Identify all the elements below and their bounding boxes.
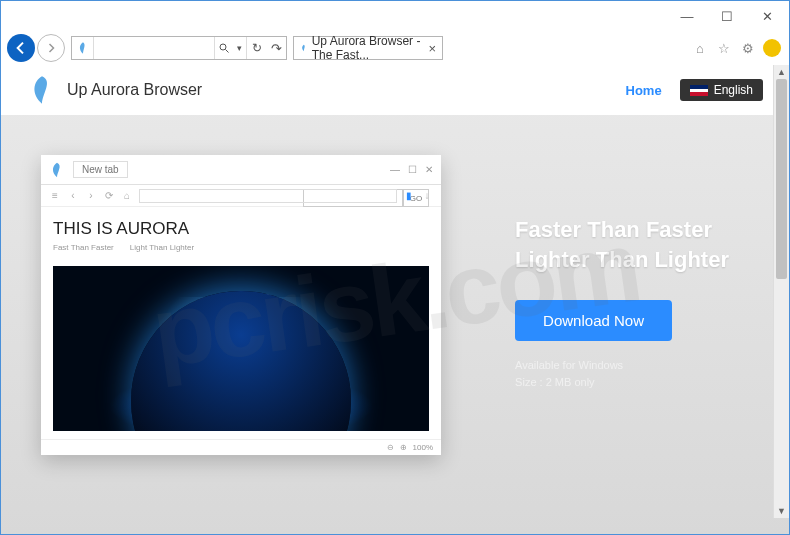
mock-download-icon: ↓: [421, 190, 433, 202]
back-button[interactable]: [7, 34, 35, 62]
browser-tab[interactable]: Up Aurora Browser - The Fast... ×: [293, 36, 443, 60]
mock-space-image: [53, 266, 429, 431]
mock-address-bar: [139, 189, 397, 203]
chevron-down-icon[interactable]: ▾: [232, 43, 246, 53]
mock-menu-icon: ≡: [49, 190, 61, 202]
mock-reload-icon: ⟳: [103, 190, 115, 202]
window-titlebar: — ☐ ✕: [1, 1, 789, 31]
close-button[interactable]: ✕: [747, 2, 787, 30]
tab-title: Up Aurora Browser - The Fast...: [312, 34, 421, 62]
availability-text: Available for Windows Size : 2 MB only: [515, 357, 729, 390]
scrollbar-thumb[interactable]: [776, 79, 787, 279]
search-icon[interactable]: [214, 37, 232, 59]
language-selector[interactable]: English: [680, 79, 763, 101]
mock-maximize-icon: ☐: [408, 164, 417, 175]
download-button[interactable]: Download Now: [515, 300, 672, 341]
mock-home-icon: ⌂: [121, 190, 133, 202]
mock-zoom-label: 100%: [413, 443, 433, 452]
mock-back-icon: ‹: [67, 190, 79, 202]
gear-icon[interactable]: ⚙: [739, 39, 757, 57]
uk-flag-icon: [690, 85, 708, 96]
address-bar: ▾ ↻ ↷: [71, 36, 287, 60]
site-logo-icon: [27, 75, 57, 105]
mock-close-icon: ✕: [425, 164, 433, 175]
forward-button[interactable]: [37, 34, 65, 62]
browser-toolbar: ▾ ↻ ↷ Up Aurora Browser - The Fast... × …: [1, 31, 789, 65]
mock-tab: New tab: [73, 161, 128, 178]
hero-section: Faster Than Faster Lighter Than Lighter …: [515, 215, 729, 390]
hero-line-2: Lighter Than Lighter: [515, 245, 729, 275]
page-content: Up Aurora Browser Home English New tab —…: [1, 65, 789, 534]
svg-point-0: [220, 44, 226, 50]
vertical-scrollbar[interactable]: ▲ ▼: [773, 65, 789, 518]
mock-status-bar: ⊖ ⊕ 100%: [41, 439, 441, 455]
scroll-down-icon[interactable]: ▼: [774, 504, 789, 518]
refresh-icon[interactable]: ↻: [246, 37, 266, 59]
mock-zoom-out-icon: ⊖: [387, 443, 394, 452]
mock-subtitles: Fast Than Faster Light Than Lighter: [53, 243, 429, 252]
mock-headline: THIS IS AURORA: [53, 219, 429, 239]
mock-logo-icon: [49, 162, 65, 178]
mock-body: GO THIS IS AURORA Fast Than Faster Light…: [41, 207, 441, 443]
site-favicon: [72, 37, 94, 59]
maximize-button[interactable]: ☐: [707, 2, 747, 30]
tab-favicon: [300, 42, 308, 54]
svg-line-1: [225, 50, 228, 53]
mock-bookmark-icon: ▮: [403, 190, 415, 202]
minimize-button[interactable]: —: [667, 2, 707, 30]
mock-zoom-in-icon: ⊕: [400, 443, 407, 452]
site-name: Up Aurora Browser: [67, 81, 202, 99]
stop-icon[interactable]: ↷: [266, 41, 286, 56]
browser-preview-card: New tab — ☐ ✕ ≡ ‹ › ⟳ ⌂ ▮ ↓ GO THIS IS A…: [41, 155, 441, 455]
home-icon[interactable]: ⌂: [691, 39, 709, 57]
mock-titlebar: New tab — ☐ ✕: [41, 155, 441, 185]
mock-minimize-icon: —: [390, 164, 400, 175]
tab-close-icon[interactable]: ×: [428, 41, 436, 56]
address-input[interactable]: [94, 37, 214, 59]
hero-line-1: Faster Than Faster: [515, 215, 729, 245]
feedback-smiley-icon[interactable]: [763, 39, 781, 57]
favorites-star-icon[interactable]: ☆: [715, 39, 733, 57]
mock-forward-icon: ›: [85, 190, 97, 202]
site-header: Up Aurora Browser Home English: [1, 65, 789, 115]
scroll-up-icon[interactable]: ▲: [774, 65, 789, 79]
nav-home-link[interactable]: Home: [626, 83, 662, 98]
